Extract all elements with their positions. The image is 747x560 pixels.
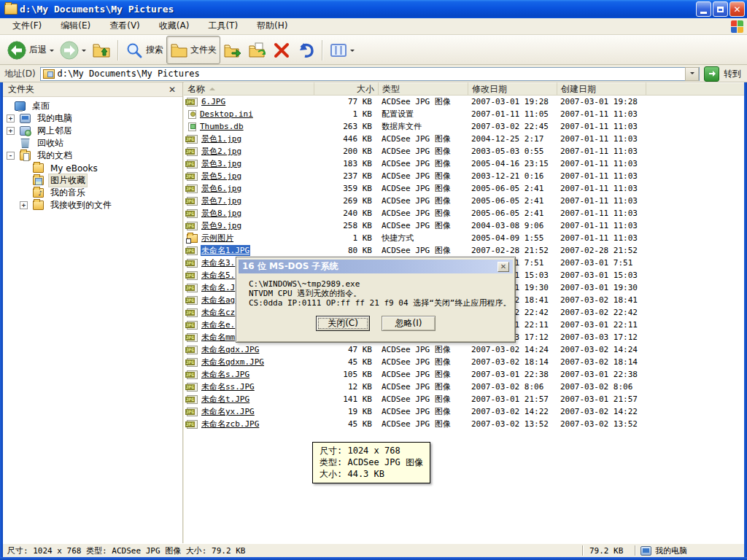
file-row[interactable]: JPG未命名zcb.JPG45 KBACDSee JPG 图像2007-03-0… xyxy=(184,418,744,430)
collapse-icon[interactable]: - xyxy=(7,152,15,160)
tooltip-line: 尺寸: 747 x 560 xyxy=(320,445,423,456)
dialog-close-button[interactable]: ✕ xyxy=(498,262,509,272)
column-header-name[interactable]: 名称 xyxy=(184,82,314,96)
jpg-file-icon: JPG xyxy=(187,383,198,392)
dialog-title-bar[interactable]: 16 位 MS-DOS 子系统 ✕ xyxy=(239,260,513,273)
file-name: 未命名t.JPG xyxy=(201,394,250,405)
file-row[interactable]: 示例图片1 KB快捷方式2005-04-09 1:552007-01-11 11… xyxy=(184,232,744,244)
forward-button[interactable] xyxy=(57,36,89,63)
file-modified: 2007-03-02 13:52 xyxy=(468,419,557,429)
menu-file[interactable]: 文件(F) xyxy=(3,18,51,35)
tree-item-my-ebooks[interactable]: My eBooks xyxy=(3,162,182,174)
file-name-cell: JPG景色5.jpg xyxy=(184,171,314,182)
file-modified: 2007-03-01 19:28 xyxy=(468,97,557,106)
tree-item-my-music[interactable]: 我的音乐 xyxy=(3,187,182,199)
maximize-button[interactable] xyxy=(713,1,728,17)
folders-pane-title: 文件夹 xyxy=(8,83,34,96)
undo-button[interactable] xyxy=(293,36,318,63)
menu-favorites[interactable]: 收藏(A) xyxy=(150,18,199,35)
file-size: 258 KB xyxy=(314,221,379,230)
tree-item-received-files[interactable]: +我接收到的文件 xyxy=(3,199,182,211)
jpg-badge: JPG xyxy=(185,409,195,415)
file-row[interactable]: JPG景色6.jpg359 KBACDSee JPG 图像2005-06-05 … xyxy=(184,182,744,195)
file-created: 2007-03-01 7:51 xyxy=(557,258,646,268)
file-row[interactable]: JPG未命名t.JPG141 KBACDSee JPG 图像2007-03-01… xyxy=(184,393,744,405)
column-header-size[interactable]: 大小 xyxy=(314,82,379,96)
jpg-file-icon: JPG xyxy=(187,222,198,230)
close-button[interactable]: ✕ xyxy=(729,1,745,17)
tree-item-desktop[interactable]: 桌面 xyxy=(3,100,182,112)
search-button[interactable]: 搜索 xyxy=(123,36,166,63)
file-row[interactable]: Desktop.ini1 KB配置设置2007-01-11 11:052007-… xyxy=(184,108,744,120)
delete-button[interactable] xyxy=(270,36,293,63)
file-created: 2007-03-02 18:14 xyxy=(557,357,646,367)
file-row[interactable]: JPG景色9.jpg258 KBACDSee JPG 图像2004-03-08 … xyxy=(184,219,744,232)
file-row[interactable]: JPG景色2.jpg200 KBACDSee JPG 图像2003-05-03 … xyxy=(184,145,744,158)
views-button[interactable] xyxy=(327,36,357,63)
file-row[interactable]: JPG未命名qdxm.JPG45 KBACDSee JPG 图像2007-03-… xyxy=(184,356,744,368)
go-label: 转到 xyxy=(724,68,741,80)
tree-item-my-documents[interactable]: -我的文档 xyxy=(3,149,182,162)
file-row[interactable]: JPG景色8.jpg240 KBACDSee JPG 图像2005-06-05 … xyxy=(184,207,744,219)
file-name-cell: JPG未命名t.JPG xyxy=(184,394,314,405)
file-row[interactable]: JPG未命名ss.JPG12 KBACDSee JPG 图像2007-03-02… xyxy=(184,381,744,393)
dialog-text-line: CS:0dda IP:0111 OP:ff ff 21 f9 04 选择“关闭”… xyxy=(249,298,513,308)
window-border-bottom xyxy=(0,557,747,560)
expand-icon[interactable]: + xyxy=(7,127,15,135)
menu-view[interactable]: 查看(V) xyxy=(100,18,150,35)
file-row[interactable]: Thumbs.db263 KB数据库文件2007-03-02 22:452007… xyxy=(184,120,744,133)
file-type: ACDSee JPG 图像 xyxy=(379,195,468,206)
file-name-cell: JPG未命名qdxm.JPG xyxy=(184,357,314,368)
expand-icon[interactable]: + xyxy=(7,114,15,122)
address-value: d:\My Documents\My Pictures xyxy=(58,69,685,79)
file-type: ACDSee JPG 图像 xyxy=(379,406,468,417)
jpg-file-icon: JPG xyxy=(187,172,198,181)
file-row[interactable]: JPG未命名qdx.JPG47 KBACDSee JPG 图像2007-03-0… xyxy=(184,343,744,356)
go-button[interactable] xyxy=(704,66,719,82)
file-size: 269 KB xyxy=(314,196,379,206)
file-row[interactable]: JPG未命名s.JPG105 KBACDSee JPG 图像2007-03-01… xyxy=(184,368,744,381)
tree-item-my-computer[interactable]: +我的电脑 xyxy=(3,112,182,125)
folders-icon xyxy=(170,42,187,58)
file-size: 359 KB xyxy=(314,184,379,193)
recycle-icon xyxy=(20,139,31,148)
back-button[interactable]: 后退 xyxy=(4,36,57,63)
menu-tools[interactable]: 工具(T) xyxy=(198,18,247,35)
file-created: 2007-01-11 11:03 xyxy=(557,109,646,119)
file-row[interactable]: JPG景色3.jpg183 KBACDSee JPG 图像2005-04-16 … xyxy=(184,158,744,170)
file-row[interactable]: JPG景色5.jpg237 KBACDSee JPG 图像2003-12-21 … xyxy=(184,170,744,182)
file-name: 示例图片 xyxy=(201,233,234,244)
file-name-cell: JPG景色8.jpg xyxy=(184,208,314,219)
expand-icon[interactable]: + xyxy=(20,201,28,209)
dialog-close-button[interactable]: 关闭(C) xyxy=(316,316,370,331)
address-input[interactable]: d:\My Documents\My Pictures xyxy=(40,67,700,81)
jpg-badge: JPG xyxy=(185,397,195,402)
tree-item-network-places[interactable]: +网上邻居 xyxy=(3,125,182,137)
tree-item-my-pictures[interactable]: 图片收藏 xyxy=(3,174,182,187)
file-row[interactable]: JPG景色1.jpg446 KBACDSee JPG 图像2004-12-25 … xyxy=(184,133,744,145)
tree-item-recycle-bin[interactable]: 回收站 xyxy=(3,137,182,149)
file-name: 景色9.jpg xyxy=(201,220,242,231)
folders-button[interactable]: 文件夹 xyxy=(166,36,220,64)
minimize-button[interactable] xyxy=(696,1,711,17)
dialog-ignore-button[interactable]: 忽略(I) xyxy=(382,316,436,331)
up-button[interactable] xyxy=(89,36,114,63)
file-type: ACDSee JPG 图像 xyxy=(379,394,468,405)
file-type: ACDSee JPG 图像 xyxy=(379,171,468,182)
column-header-created[interactable]: 创建日期 xyxy=(557,82,646,96)
menu-edit[interactable]: 编辑(E) xyxy=(51,18,100,35)
address-dropdown-button[interactable] xyxy=(685,67,699,81)
file-row[interactable]: JPG景色7.jpg269 KBACDSee JPG 图像2005-06-05 … xyxy=(184,195,744,207)
column-header-modified[interactable]: 修改日期 xyxy=(468,82,557,96)
file-row[interactable]: JPG未命名1.JPG80 KBACDSee JPG 图像2007-02-28 … xyxy=(184,244,744,257)
column-header-type[interactable]: 类型 xyxy=(379,82,468,96)
copy-to-button[interactable] xyxy=(245,36,270,63)
file-row[interactable]: JPG6.JPG77 KBACDSee JPG 图像2007-03-01 19:… xyxy=(184,96,744,108)
file-row[interactable]: JPG未命名yx.JPG19 KBACDSee JPG 图像2007-03-02… xyxy=(184,405,744,418)
move-to-button[interactable] xyxy=(220,36,245,63)
menu-help[interactable]: 帮助(H) xyxy=(247,18,297,35)
file-created: 2007-02-28 21:52 xyxy=(557,246,646,255)
file-modified: 2003-12-21 0:16 xyxy=(468,171,557,181)
folders-pane-close-icon[interactable]: ✕ xyxy=(167,85,177,94)
jpg-badge: JPG xyxy=(185,285,195,291)
